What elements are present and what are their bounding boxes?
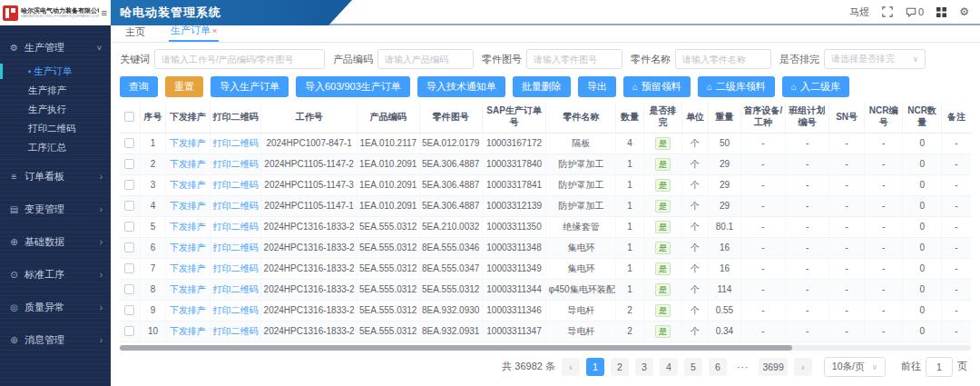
dispatch-production-link[interactable]: 下发排产 <box>170 242 206 252</box>
sidebar-item-production-management[interactable]: ⚙ 生产管理 ∨ <box>0 34 111 61</box>
search-button[interactable]: 查询 <box>120 76 158 97</box>
import-603-903-button[interactable]: 导入603/903生产订单 <box>296 76 410 97</box>
part-no-cell: 5EA.306.4887 <box>419 174 482 195</box>
print-qrcode-link[interactable]: 打印二维码 <box>213 222 259 232</box>
toolbar: 查询 重置 导入生产订单 导入603/903生产订单 导入技术通知单 批量删除 … <box>111 69 980 102</box>
button-label: 入二级库 <box>800 80 840 94</box>
row-checkbox[interactable] <box>124 284 134 294</box>
select-all-checkbox[interactable] <box>124 112 134 122</box>
product-code-input[interactable] <box>377 49 474 69</box>
part-no-filter: 零件图号 <box>482 49 622 69</box>
first-equip-cell: - <box>741 133 786 153</box>
row-checkbox[interactable] <box>124 242 134 252</box>
sidebar-item-base-data[interactable]: ⊕ 基础数据 › <box>0 225 111 258</box>
batch-delete-button[interactable]: 批量删除 <box>513 76 571 97</box>
apps-grid-icon[interactable] <box>936 7 946 17</box>
row-checkbox[interactable] <box>124 222 134 232</box>
page-size-select[interactable]: 10条/页 ∨ <box>824 357 886 377</box>
page-button-2[interactable]: 2 <box>611 358 629 376</box>
sap-order-no-cell: 10003311349 <box>482 258 546 279</box>
print-qrcode-link[interactable]: 打印二维码 <box>213 180 259 190</box>
page-button-3699[interactable]: 3699 <box>759 358 787 376</box>
message-icon[interactable]: 0 <box>906 6 924 17</box>
sidebar-item-print-qrcode[interactable]: 打印二维码 <box>0 119 111 138</box>
page-button-5[interactable]: 5 <box>684 358 702 376</box>
into-secondary-warehouse-button[interactable]: ⌂入二级库 <box>782 76 849 97</box>
row-checkbox[interactable] <box>124 326 134 336</box>
sidebar-collapse-icon[interactable]: ≡ <box>102 7 108 18</box>
scheduled-badge: 是 <box>655 325 671 338</box>
sidebar-item-production-scheduling[interactable]: 生产排产 <box>0 81 111 100</box>
scheduled-cell: 是 <box>643 237 682 258</box>
print-qrcode-link[interactable]: 打印二维码 <box>213 138 259 148</box>
reserve-pick-button[interactable]: ⌂预留领料 <box>623 76 691 97</box>
row-checkbox[interactable] <box>124 138 134 148</box>
dispatch-production-link[interactable]: 下发排产 <box>170 222 206 232</box>
dispatch-production-link[interactable]: 下发排产 <box>170 326 206 336</box>
part-no-cell: 5EA.012.0179 <box>419 133 482 153</box>
print-cell: 打印二维码 <box>210 133 261 153</box>
dispatch-production-link[interactable]: 下发排产 <box>170 180 206 190</box>
export-button[interactable]: 导出 <box>578 76 616 97</box>
column-header-14: SN号 <box>829 102 864 133</box>
import-production-order-button[interactable]: 导入生产订单 <box>211 76 289 97</box>
team-plan-cell: - <box>785 195 829 216</box>
fullscreen-icon[interactable] <box>882 6 893 17</box>
print-cell: 打印二维码 <box>210 237 261 258</box>
dispatch-production-link[interactable]: 下发排产 <box>170 284 206 294</box>
scheduled-select-placeholder: 请选择是否排完 <box>831 53 895 65</box>
user-name[interactable]: 马煜 <box>849 5 869 19</box>
scheduled-select[interactable]: 请选择是否排完 ∨ <box>824 49 926 69</box>
print-qrcode-link[interactable]: 打印二维码 <box>213 284 259 294</box>
print-qrcode-link[interactable]: 打印二维码 <box>213 242 259 252</box>
qty-cell: 1 <box>616 279 643 300</box>
sidebar-item-process-summary[interactable]: 工序汇总 <box>0 138 111 157</box>
row-checkbox[interactable] <box>124 263 134 273</box>
prev-page-button[interactable]: ‹ <box>562 358 580 376</box>
print-qrcode-link[interactable]: 打印二维码 <box>213 159 259 169</box>
page-button-3[interactable]: 3 <box>635 358 653 376</box>
sidebar-item-production-execution[interactable]: 生产执行 <box>0 100 111 119</box>
dispatch-production-link[interactable]: 下发排产 <box>170 305 206 315</box>
part-name-filter: 零件名称 <box>631 49 771 69</box>
print-qrcode-link[interactable]: 打印二维码 <box>213 305 259 315</box>
work-no-cell: 2024HPC1007-847-1 <box>261 133 357 153</box>
sidebar-item-quality-exception[interactable]: ◎ 质量异常 › <box>0 291 111 323</box>
dispatch-production-link[interactable]: 下发排产 <box>170 263 206 273</box>
order-board-icon: ≡ <box>8 172 20 182</box>
goto-page-input[interactable] <box>926 357 953 377</box>
settings-gear-icon[interactable]: ⚙ <box>959 6 969 17</box>
page-button-1[interactable]: 1 <box>586 358 604 376</box>
tab-close-icon[interactable]: × <box>212 26 217 35</box>
horizontal-scrollbar[interactable] <box>120 345 792 351</box>
tab-home[interactable]: 主页 <box>123 25 147 42</box>
reset-button[interactable]: 重置 <box>165 76 203 97</box>
orders-table-wrap: 序号下发排产打印二维码工作号产品编码零件图号SAP生产订单号零件名称数量是否排完… <box>111 102 980 342</box>
dispatch-production-link[interactable]: 下发排产 <box>170 138 206 148</box>
sidebar-item-order-board[interactable]: ≡ 订单看板 › <box>0 160 111 193</box>
dispatch-production-link[interactable]: 下发排产 <box>170 201 206 211</box>
keyword-input[interactable] <box>154 49 325 69</box>
import-tech-notice-button[interactable]: 导入技术通知单 <box>417 76 505 97</box>
print-qrcode-link[interactable]: 打印二维码 <box>213 263 259 273</box>
row-checkbox[interactable] <box>124 201 134 211</box>
sidebar-item-message-management[interactable]: ⊛ 消息管理 › <box>0 323 111 356</box>
part-name-input[interactable] <box>675 49 771 69</box>
row-checkbox[interactable] <box>124 305 134 315</box>
part-no-input[interactable] <box>526 49 622 69</box>
dispatch-production-link[interactable]: 下发排产 <box>170 159 206 169</box>
page-button-6[interactable]: 6 <box>709 358 727 376</box>
page-button-4[interactable]: 4 <box>660 358 678 376</box>
unit-cell: 个 <box>682 321 708 341</box>
sidebar-item-standard-process[interactable]: ⊙ 标准工序 › <box>0 258 111 291</box>
print-qrcode-link[interactable]: 打印二维码 <box>213 201 259 211</box>
tab-production-orders[interactable]: 生产订单× <box>169 24 219 42</box>
sidebar-item-production-orders[interactable]: •生产订单 <box>0 62 111 81</box>
row-checkbox[interactable] <box>124 159 134 169</box>
next-page-button[interactable]: › <box>794 358 812 376</box>
secondary-warehouse-pick-button[interactable]: ⌂二级库领料 <box>698 76 775 97</box>
sidebar-item-change-management[interactable]: ▤ 变更管理 › <box>0 193 111 225</box>
base-data-icon: ⊕ <box>8 237 20 247</box>
print-qrcode-link[interactable]: 打印二维码 <box>213 326 259 336</box>
row-checkbox[interactable] <box>124 180 134 190</box>
